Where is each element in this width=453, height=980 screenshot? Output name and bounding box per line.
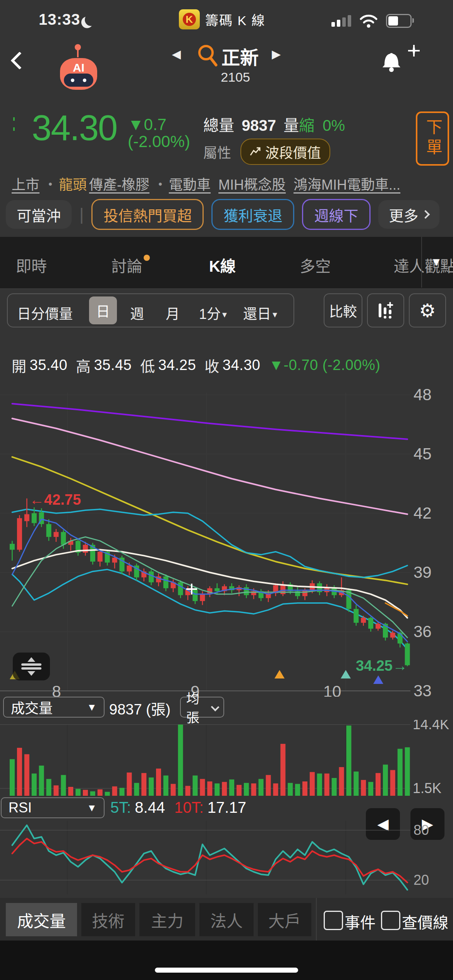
moon-icon <box>84 12 98 26</box>
badge-profit-decline[interactable]: 獲利衰退 <box>211 199 294 230</box>
signal-badges: 可當沖 | 投信熱門買超 獲利衰退 週線下 更多 <box>6 199 439 230</box>
nav-major-players[interactable]: 主力 <box>139 903 195 936</box>
change-value: ▼0.7 <box>128 116 190 133</box>
indicator-bars-icon <box>376 301 395 320</box>
nav-volume[interactable]: 成交量 <box>6 903 77 936</box>
scale-adjust-button[interactable] <box>13 653 50 680</box>
svg-text:42: 42 <box>414 504 432 522</box>
notification-bell-icon[interactable] <box>379 47 403 73</box>
tag-concept-mih[interactable]: MIH概念股 <box>218 173 286 194</box>
tab-bar: 即時 討論 K線 多空 達人觀點 籌碼日報 ▼ <box>0 237 453 289</box>
candlestick-chart[interactable]: 4845423936338910←42.7534.25→ <box>0 381 453 697</box>
tag-industry[interactable]: 傳產-橡膠 <box>89 173 149 194</box>
tag-dot: ・ <box>153 173 167 194</box>
change-percent: (-2.00%) <box>128 133 190 150</box>
price-line-checkbox[interactable] <box>381 911 400 930</box>
svg-text:39: 39 <box>414 563 432 581</box>
rsi-chart[interactable]: 8020 <box>0 817 453 898</box>
nav-technical[interactable]: 技術 <box>81 903 135 936</box>
rsi-10t-value: 17.17 <box>208 799 246 816</box>
current-price: 34.30 <box>32 108 117 148</box>
nav-institutional[interactable]: 法人 <box>199 903 254 936</box>
tag-market[interactable]: 上市 <box>12 173 39 194</box>
tab-long-short[interactable]: 多空 <box>300 258 331 275</box>
cellular-signal-icon <box>331 15 351 27</box>
volume-shrink-pct: 0% <box>323 117 345 134</box>
price-line-checkbox-label: 查價線 <box>402 910 448 933</box>
prev-stock-button[interactable]: ◀ <box>172 47 181 61</box>
badge-week-down[interactable]: 週線下 <box>302 199 370 230</box>
nav-big-holders[interactable]: 大戶 <box>258 903 311 936</box>
tag-concept-foxconn[interactable]: 鴻海MIH電動車... <box>293 173 400 194</box>
tag-row: 上市 ・ 龍頭 傳產-橡膠 ・ 電動車 MIH概念股 鴻海MIH電動車... <box>12 173 403 194</box>
app-title: 籌碼 K 線 <box>205 10 266 29</box>
unread-dot <box>144 255 150 261</box>
chart-settings-button[interactable]: ⚙ <box>409 293 446 327</box>
volume-chart[interactable]: 14.4K1.5K <box>0 720 453 797</box>
svg-text:45: 45 <box>414 445 432 463</box>
add-to-watchlist-button[interactable] <box>413 46 415 55</box>
event-checkbox[interactable] <box>324 911 343 930</box>
search-icon[interactable] <box>197 43 218 67</box>
svg-text:36: 36 <box>414 622 432 641</box>
mode-month[interactable]: 月 <box>166 303 180 323</box>
svg-text:33: 33 <box>414 682 432 697</box>
battery-icon <box>386 14 412 28</box>
avg-volume-button[interactable]: 均張 <box>180 697 224 718</box>
app-screen: 13:33 K 籌碼 K 線 AI ◀ 正新 ▶ 2105 <box>0 0 453 980</box>
low-value: 34.25 <box>158 357 196 373</box>
tag-concept-ev[interactable]: 電動車 <box>169 173 211 194</box>
rsi-5t-value: 8.44 <box>135 799 165 816</box>
ohlc-change: ▼-0.70 (-2.00%) <box>269 357 380 373</box>
back-button[interactable] <box>10 51 29 70</box>
status-left: 13:33 <box>39 11 97 28</box>
svg-text:20: 20 <box>414 872 429 888</box>
tab-realtime[interactable]: 即時 <box>16 258 47 275</box>
clock: 13:33 <box>39 11 80 28</box>
badge-day-trade[interactable]: 可當沖 <box>6 200 72 229</box>
chevron-down-icon <box>211 703 219 711</box>
status-app: K 籌碼 K 線 <box>179 9 266 29</box>
footer-strip <box>0 941 453 980</box>
badge-hot-buy[interactable]: 投信熱門買超 <box>91 199 204 230</box>
compare-button[interactable]: 比較 <box>324 293 362 327</box>
mode-restore-dropdown[interactable]: 還日▼ <box>243 303 279 323</box>
tab-expert-views[interactable]: 達人觀點 <box>394 258 453 275</box>
attribute-row: 屬性 波段價值 <box>203 139 330 165</box>
badge-more[interactable]: 更多 <box>378 200 439 229</box>
triangle-down-icon <box>27 671 35 676</box>
tab-overflow-button[interactable]: ▼ <box>431 255 442 269</box>
total-volume-line: 總量 9837 量縮 0% <box>203 113 345 135</box>
app-logo-icon: K <box>179 9 200 29</box>
svg-text:34.25→: 34.25→ <box>356 658 407 674</box>
close-value: 34.30 <box>223 357 261 373</box>
tab-discussion[interactable]: 討論 <box>111 258 142 275</box>
open-value: 35.40 <box>30 357 68 373</box>
tab-kline[interactable]: K線 <box>209 258 236 275</box>
home-indicator[interactable] <box>155 968 298 973</box>
next-stock-button[interactable]: ▶ <box>272 47 281 61</box>
triangle-up-icon <box>27 657 35 662</box>
mode-price-volume[interactable]: 日分價量 <box>17 303 73 323</box>
mode-week[interactable]: 週 <box>130 303 144 323</box>
volume-value: 9837 (張) <box>109 697 170 719</box>
tab-divider <box>421 237 422 288</box>
place-order-button[interactable]: 下單 <box>416 111 449 166</box>
wifi-icon <box>360 14 378 28</box>
mode-day[interactable]: 日 <box>89 296 117 324</box>
ohlc-row: 開35.40 高35.45 低34.25 收34.30 ▼-0.70 (-2.0… <box>12 355 380 376</box>
wave-value-badge[interactable]: 波段價值 <box>240 139 330 165</box>
volume-indicator-dropdown[interactable]: 成交量▼ <box>3 697 105 718</box>
svg-text:80: 80 <box>414 822 429 838</box>
stock-name: 正新 <box>221 43 259 70</box>
dropdown-caret-icon: ▼ <box>87 802 97 814</box>
indicator-settings-button[interactable] <box>367 293 404 327</box>
stock-code: 2105 <box>212 70 259 85</box>
mode-1min-dropdown[interactable]: 1分▼ <box>199 303 228 323</box>
ai-assistant-icon[interactable]: AI <box>60 58 97 90</box>
rsi-indicator-dropdown[interactable]: RSI▼ <box>1 797 105 818</box>
svg-text:8: 8 <box>52 682 61 697</box>
tag-leader[interactable]: 龍頭 <box>59 173 87 194</box>
high-value: 35.45 <box>94 357 132 373</box>
nav-divider <box>316 898 317 941</box>
